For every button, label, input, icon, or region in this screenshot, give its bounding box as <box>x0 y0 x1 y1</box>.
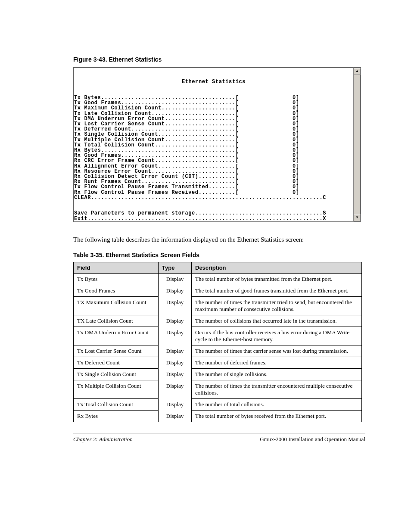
cell-desc: The total number of bytes transmitted fr… <box>192 274 362 285</box>
cell-type: Display <box>159 369 192 380</box>
footer-left: Chapter 3: Administration <box>73 436 133 443</box>
cell-desc: The number of times the transmitter trie… <box>192 297 362 315</box>
cell-field: Tx Single Collision Count <box>74 369 159 380</box>
table-row: Tx DMA Underrun Error CountDisplayOccurs… <box>74 327 362 345</box>
table-row: Tx Deferred CountDisplayThe number of de… <box>74 357 362 369</box>
table-row: Tx Lost Carrier Sense CountDisplayThe nu… <box>74 345 362 357</box>
cell-desc: Occurs if the bus controller receives a … <box>192 327 362 345</box>
table-row: Tx BytesDisplayThe total number of bytes… <box>74 274 362 285</box>
table-row: Tx Total Collision CountDisplayThe numbe… <box>74 399 362 411</box>
cell-desc: The number of collisions that occurred l… <box>192 315 362 327</box>
cell-field: Tx DMA Underrun Error Count <box>74 327 159 345</box>
cell-field: Tx Lost Carrier Sense Count <box>74 345 159 357</box>
cell-type: Display <box>159 297 192 315</box>
cell-type: Display <box>159 327 192 345</box>
cell-type: Display <box>159 357 192 369</box>
cell-type: Display <box>159 345 192 357</box>
cell-type: Display <box>159 380 192 399</box>
table-row: Tx Good FramesDisplayThe total number of… <box>74 285 362 297</box>
cell-field: TX Late Collision Count <box>74 315 159 327</box>
page-footer: Chapter 3: Administration Gmux-2000 Inst… <box>73 433 365 443</box>
scroll-up-icon[interactable]: ▲ <box>354 68 361 75</box>
figure-caption: Figure 3-43. Ethernet Statistics <box>73 56 411 63</box>
cell-field: Rx Bytes <box>74 411 159 422</box>
cell-field: Tx Total Collision Count <box>74 399 159 411</box>
table-row: Rx BytesDisplayThe total number of bytes… <box>74 411 362 422</box>
cell-desc: The number of total collisions. <box>192 399 362 411</box>
terminal-body: Tx Bytes................................… <box>74 93 353 221</box>
col-header-type: Type <box>159 262 192 274</box>
terminal-title: Ethernet Statistics <box>74 79 353 85</box>
terminal-window: Ethernet Statistics Tx Bytes............… <box>73 67 362 222</box>
intro-text: The following table describes the inform… <box>73 235 338 244</box>
cell-desc: The total number of bytes received from … <box>192 411 362 422</box>
cell-field: Tx Bytes <box>74 274 159 285</box>
cell-field: TX Maximum Collision Count <box>74 297 159 315</box>
cell-desc: The number of times the transmitter enco… <box>192 380 362 399</box>
table-caption: Table 3-35. Ethernet Statistics Screen F… <box>73 252 411 258</box>
table-row: TX Maximum Collision CountDisplayThe num… <box>74 297 362 315</box>
scroll-down-icon[interactable]: ▼ <box>354 215 361 221</box>
cell-desc: The number of deferred frames. <box>192 357 362 369</box>
cell-type: Display <box>159 411 192 422</box>
footer-right: Gmux-2000 Installation and Operation Man… <box>260 436 365 443</box>
cell-type: Display <box>159 285 192 297</box>
col-header-field: Field <box>74 262 159 274</box>
cell-type: Display <box>159 274 192 285</box>
cell-desc: The total number of good frames transmit… <box>192 285 362 297</box>
col-header-desc: Description <box>192 262 362 274</box>
cell-field: Tx Good Frames <box>74 285 159 297</box>
cell-field: Tx Deferred Count <box>74 357 159 369</box>
table-row: TX Late Collision CountDisplayThe number… <box>74 315 362 327</box>
cell-field: Tx Multiple Collision Count <box>74 380 159 399</box>
cell-type: Display <box>159 315 192 327</box>
cell-type: Display <box>159 399 192 411</box>
ethernet-stats-table: Field Type Description Tx BytesDisplayTh… <box>73 262 362 422</box>
table-row: Tx Multiple Collision CountDisplayThe nu… <box>74 380 362 399</box>
cell-desc: The number of times that carrier sense w… <box>192 345 362 357</box>
cell-desc: The number of single collisions. <box>192 369 362 380</box>
scrollbar[interactable]: ▲ ▼ <box>353 67 361 222</box>
table-row: Tx Single Collision CountDisplayThe numb… <box>74 369 362 380</box>
